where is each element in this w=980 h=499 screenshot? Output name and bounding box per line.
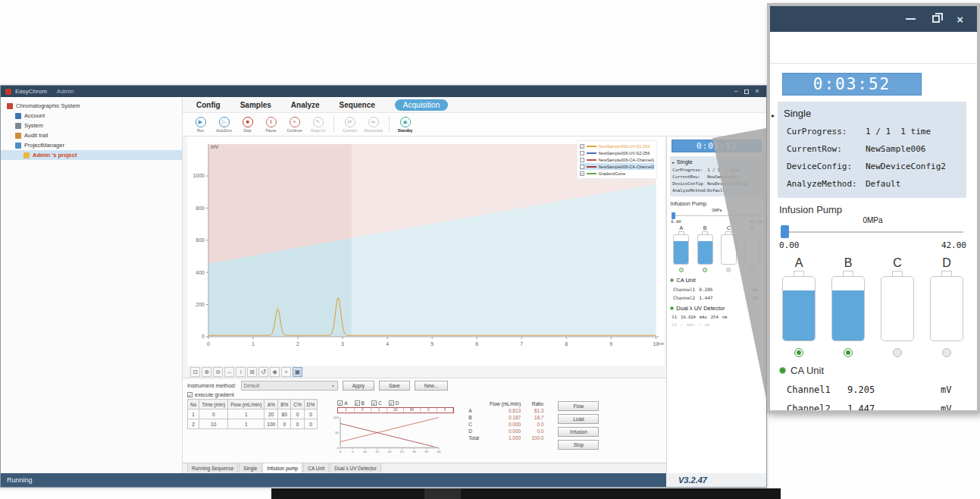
flow-value: 0.000 bbox=[484, 421, 526, 428]
uv-s2-unit: mAu bbox=[687, 322, 694, 327]
fit-icon[interactable]: ⊡ bbox=[190, 367, 200, 377]
expander-icon[interactable]: ▸ bbox=[672, 160, 675, 165]
restore-icon[interactable] bbox=[932, 15, 940, 23]
channel-checkbox-c[interactable]: ✓C bbox=[371, 400, 382, 406]
taskbar-segment bbox=[424, 488, 461, 499]
standby-button[interactable]: ◉Standby bbox=[393, 117, 417, 133]
legend-entry[interactable]: NewSample006-UV-S2-256 bbox=[580, 149, 655, 156]
menu-acquisition[interactable]: Acquisition bbox=[395, 99, 448, 111]
legend-checkbox[interactable]: ✓ bbox=[580, 171, 584, 176]
table-row[interactable]: 101208000 bbox=[188, 410, 318, 419]
svg-text:800: 800 bbox=[196, 206, 205, 211]
chromatogram-chart[interactable]: 02004006008001000012345678910mVmin ✓NewS… bbox=[187, 137, 665, 366]
flow-value: 18.7 bbox=[526, 414, 549, 421]
slider-handle[interactable] bbox=[781, 225, 789, 238]
new-button[interactable]: New... bbox=[415, 381, 448, 391]
sidebar-item-account[interactable]: Account bbox=[1, 111, 182, 121]
flow-row-name: A bbox=[463, 407, 484, 414]
menu-config[interactable]: Config bbox=[196, 101, 221, 109]
tab-single[interactable]: Single bbox=[239, 463, 261, 472]
pause-button[interactable]: ‖Pause bbox=[259, 117, 283, 133]
h-zoom-icon[interactable]: ↔ bbox=[224, 367, 234, 377]
legend-checkbox[interactable] bbox=[580, 165, 584, 169]
pan-icon[interactable]: ◈ bbox=[270, 367, 280, 377]
legend-checkbox[interactable] bbox=[580, 151, 584, 155]
sidebar-item-admin-project[interactable]: Admin 's project bbox=[1, 150, 182, 160]
autozero-button[interactable]: ▷AutoZero bbox=[212, 117, 236, 133]
zoom-in-icon[interactable]: ⊕ bbox=[202, 367, 211, 377]
system-gear-icon bbox=[15, 123, 21, 129]
menu-samples[interactable]: Samples bbox=[240, 101, 271, 109]
channel-checkbox-b[interactable]: ✓B bbox=[355, 400, 365, 406]
keep-int-icon: ✎ bbox=[313, 117, 324, 127]
tab-infusion-pump[interactable]: Infusion pump bbox=[262, 463, 302, 472]
bottle-radio[interactable] bbox=[893, 348, 902, 357]
stop-button[interactable]: ■Stop bbox=[236, 117, 259, 133]
slider-track bbox=[782, 231, 963, 233]
tab-running-sequence[interactable]: Running Sequence bbox=[187, 463, 238, 472]
sidebar-item-project-manager[interactable]: ProjectManager bbox=[1, 140, 182, 150]
table-row[interactable]: 2101100000 bbox=[188, 419, 318, 429]
infusion-button[interactable]: Infusion bbox=[558, 427, 599, 437]
box-zoom-icon[interactable]: ⊞ bbox=[247, 367, 257, 377]
ca-unit-title-text: CA Unit bbox=[676, 277, 695, 284]
continue-button[interactable]: »Continue bbox=[283, 117, 306, 133]
tab-ca-unit[interactable]: CA Unit bbox=[303, 463, 329, 472]
expander-icon[interactable]: ▸ bbox=[772, 112, 775, 119]
flow-button[interactable]: Flow bbox=[558, 401, 599, 411]
svg-text:3: 3 bbox=[341, 341, 344, 347]
ca-channel1-name: Channel1 bbox=[787, 384, 847, 395]
instrument-method-select[interactable]: Default ▼ bbox=[241, 381, 338, 391]
legend-entry[interactable]: ✓GradientCurve bbox=[580, 170, 655, 177]
select-icon[interactable]: ▣ bbox=[293, 367, 302, 377]
save-button[interactable]: Save bbox=[379, 381, 410, 391]
main-column: Config Samples Analyze Sequence Acquisit… bbox=[183, 97, 766, 473]
v-zoom-icon[interactable]: ↕ bbox=[236, 367, 246, 377]
bottle-radio[interactable] bbox=[844, 348, 853, 357]
menu-analyze[interactable]: Analyze bbox=[291, 101, 320, 109]
restore-icon[interactable] bbox=[744, 89, 749, 94]
legend-entry[interactable]: NewSample006-CA-Channel1 bbox=[580, 156, 655, 163]
ca-channel2-name: Channel2 bbox=[673, 295, 699, 300]
chevron-down-icon: ▼ bbox=[331, 384, 335, 388]
instrument-method-value: Default bbox=[244, 383, 260, 388]
bottle-radio[interactable] bbox=[794, 348, 803, 357]
minimize-icon[interactable] bbox=[906, 18, 916, 20]
legend-entry[interactable]: NewSample006-CA-Channel2 bbox=[580, 163, 655, 170]
svg-text:mV: mV bbox=[211, 144, 219, 149]
toolbar-button-label: Connect bbox=[343, 128, 357, 133]
undo-zoom-icon[interactable]: ↺ bbox=[258, 367, 268, 377]
sidebar-item-chromatographic-system[interactable]: Chromatographic System bbox=[1, 101, 182, 111]
close-icon[interactable]: × bbox=[753, 88, 762, 95]
legend-checkbox[interactable]: ✓ bbox=[580, 144, 584, 149]
tab-dual-uv-detector[interactable]: Dual λ UV Detector bbox=[330, 463, 381, 472]
connect-button[interactable]: ⇄Connect bbox=[338, 117, 362, 133]
channel-checkbox-a[interactable]: ✓A bbox=[337, 400, 347, 406]
legend-checkbox[interactable] bbox=[580, 158, 584, 162]
svg-text:6: 6 bbox=[475, 341, 478, 347]
bottle-radio[interactable] bbox=[942, 348, 951, 357]
legend-entry[interactable]: ✓NewSample006-UV-S1-254 bbox=[580, 143, 655, 149]
apply-button[interactable]: Apply bbox=[343, 381, 374, 391]
bottle-radio[interactable] bbox=[679, 268, 684, 272]
channel-checkbox-d[interactable]: ✓D bbox=[389, 400, 399, 406]
gradient-preview-svg: 0501000510152025303540 bbox=[330, 414, 443, 458]
slider-handle[interactable] bbox=[672, 212, 675, 219]
execute-gradient-checkbox[interactable]: ✓ bbox=[187, 392, 193, 397]
load-button[interactable]: Load bbox=[558, 414, 599, 424]
keep-int-button[interactable]: ✎Keep Int bbox=[306, 117, 330, 133]
minimize-icon[interactable]: – bbox=[731, 88, 740, 95]
menu-sequence[interactable]: Sequence bbox=[340, 101, 375, 109]
zoom-out-icon[interactable]: ⊖ bbox=[213, 367, 223, 377]
pump-buttons: FlowLoadInfusionStop bbox=[558, 399, 599, 463]
close-icon[interactable]: × bbox=[957, 14, 963, 25]
sidebar-item-audit-trail[interactable]: Audit trail bbox=[1, 130, 182, 140]
pressure-slider[interactable] bbox=[781, 225, 965, 238]
svg-text:2: 2 bbox=[296, 341, 299, 347]
disconnect-button[interactable]: ⇋Disconnect bbox=[362, 117, 385, 133]
crosshair-icon[interactable]: + bbox=[281, 367, 291, 377]
sidebar-item-system[interactable]: System bbox=[1, 121, 182, 130]
gradient-selected-row-strip[interactable]: 101208000 bbox=[337, 407, 454, 413]
stop-button[interactable]: Stop bbox=[558, 440, 599, 450]
run-button[interactable]: ▶Run bbox=[189, 117, 212, 133]
